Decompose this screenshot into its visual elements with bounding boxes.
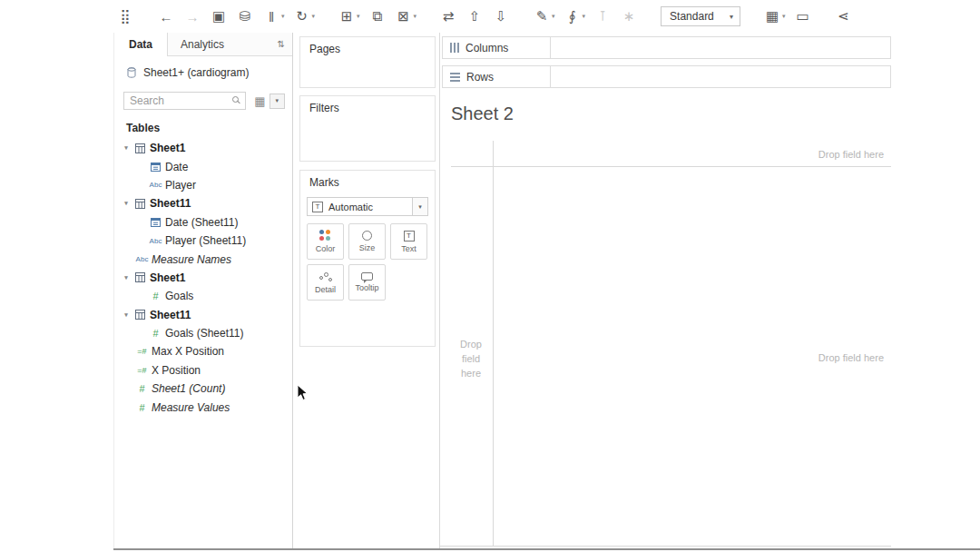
- highlight-button[interactable]: ✎▾: [533, 8, 555, 25]
- search-input[interactable]: [123, 92, 246, 110]
- sort-descending-button[interactable]: ⇩: [492, 8, 510, 25]
- tables-section-title: Tables: [114, 113, 292, 139]
- field-item-max-x-position[interactable]: =#Max X Position: [114, 342, 292, 360]
- new-worksheet-button[interactable]: ⊞▾: [338, 8, 360, 25]
- show-mark-labels-button: ⊺: [593, 8, 612, 25]
- run-updates-button[interactable]: ↻▾: [293, 8, 316, 25]
- rows-shelf-label: Rows: [443, 66, 551, 87]
- field-label: Measure Names: [152, 253, 231, 266]
- pages-shelf[interactable]: Pages: [299, 36, 436, 88]
- sheet-title[interactable]: Sheet 2: [451, 104, 514, 124]
- rows-label: Rows: [466, 71, 494, 84]
- field-item-date[interactable]: Date: [114, 157, 292, 175]
- table-item-sheet1[interactable]: ▾Sheet1: [114, 139, 292, 157]
- caret-down-icon[interactable]: ▾: [281, 13, 285, 20]
- caret-down-icon[interactable]: ▾: [357, 13, 360, 20]
- text-mark-icon: T: [312, 202, 323, 212]
- field-label: Player (Sheet11): [165, 234, 246, 247]
- canvas-bottom-line: [440, 546, 891, 547]
- pane-divider: [439, 33, 440, 548]
- swap-rows-columns-button[interactable]: ⇄: [439, 8, 457, 25]
- field-item-player[interactable]: AbcPlayer: [114, 176, 292, 194]
- rows-drop-area[interactable]: [551, 66, 890, 87]
- tab-analytics[interactable]: Analytics ⇅: [167, 33, 292, 56]
- save-button[interactable]: ▣: [210, 8, 228, 25]
- fix-axes-button: ∗: [620, 8, 638, 25]
- field-item-player-sheet11[interactable]: AbcPlayer (Sheet11): [114, 232, 292, 250]
- caret-down-icon[interactable]: ▾: [312, 13, 316, 20]
- filters-shelf[interactable]: Filters: [299, 95, 436, 162]
- chevron-down-icon[interactable]: ▾: [120, 274, 132, 281]
- tooltip-icon: [361, 272, 373, 281]
- clear-sheet-button[interactable]: ⊠▾: [395, 8, 417, 25]
- table-item-sheet11[interactable]: ▾Sheet11: [114, 306, 292, 324]
- tab-data[interactable]: Data: [114, 33, 167, 56]
- caret-down-icon[interactable]: ▾: [412, 198, 427, 215]
- search-box: [123, 92, 246, 110]
- columns-label: Columns: [466, 42, 508, 54]
- field-item-measure-values[interactable]: #Measure Values: [114, 398, 292, 416]
- number-icon: #: [148, 291, 163, 301]
- drop-zone-rows[interactable]: Drop field here: [453, 337, 489, 380]
- chevron-down-icon[interactable]: ▾: [120, 311, 132, 319]
- field-label: Goals: [165, 290, 193, 302]
- abc-icon: Abc: [148, 181, 163, 189]
- drop-zone-columns[interactable]: Drop field here: [782, 149, 884, 160]
- field-item-date-sheet11[interactable]: Date (Sheet11): [114, 213, 292, 232]
- duplicate-button[interactable]: ⧉: [368, 8, 387, 25]
- detail-button[interactable]: Detail: [307, 264, 344, 301]
- new-datasource-button[interactable]: ⛁: [236, 8, 254, 25]
- mark-button-label: Tooltip: [355, 283, 378, 292]
- abc-icon: Abc: [134, 255, 150, 263]
- field-item-measure-names[interactable]: AbcMeasure Names: [114, 250, 292, 268]
- field-item-x-position[interactable]: =#X Position: [114, 361, 292, 380]
- tableau-logo[interactable]: ⣿: [116, 8, 134, 25]
- columns-drop-area[interactable]: [551, 37, 890, 58]
- filters-title: Filters: [300, 96, 435, 114]
- table-item-sheet1[interactable]: ▾Sheet1: [114, 269, 292, 287]
- data-pane-tabs: Data Analytics ⇅: [114, 33, 292, 56]
- number-icon: #: [148, 328, 163, 339]
- fit-select-value: Standard: [670, 10, 714, 23]
- text-icon: T: [404, 231, 415, 242]
- share-button[interactable]: ⋖: [835, 8, 853, 25]
- chevron-down-icon[interactable]: ▾: [120, 200, 132, 207]
- show-hide-cards-button[interactable]: ▦▾: [763, 8, 786, 25]
- data-pane: Data Analytics ⇅ Sheet1+ (cardiogram) ▦ …: [113, 33, 293, 548]
- undo-button[interactable]: ←: [157, 9, 175, 25]
- field-label: Date: [165, 161, 188, 173]
- caret-down-icon: ▾: [730, 13, 733, 21]
- mark-button-label: Color: [316, 244, 336, 253]
- caret-down-icon[interactable]: ▾: [552, 13, 555, 20]
- caret-down-icon[interactable]: ▾: [583, 13, 586, 20]
- group-members-button[interactable]: ∮▾: [564, 8, 586, 25]
- field-item-goals[interactable]: #Goals: [114, 287, 292, 305]
- caret-down-icon[interactable]: ▾: [414, 13, 417, 20]
- field-label: X Position: [152, 364, 201, 377]
- text-button[interactable]: TText: [390, 223, 427, 260]
- field-item-sheet1-count[interactable]: #Sheet1 (Count): [114, 380, 292, 398]
- table-item-sheet11[interactable]: ▾Sheet11: [114, 194, 292, 212]
- clear-sheet-icon: ⊠: [395, 8, 413, 25]
- caret-down-icon[interactable]: ▾: [782, 13, 786, 20]
- sort-ascending-button[interactable]: ⇧: [466, 8, 484, 25]
- presentation-mode-button[interactable]: ▭: [794, 8, 812, 25]
- grid-view-icon[interactable]: ▦: [254, 94, 265, 108]
- drop-zone-center[interactable]: Drop field here: [782, 352, 884, 363]
- marks-title: Marks: [300, 171, 435, 189]
- mark-button-label: Detail: [315, 285, 336, 294]
- toolbar: ⣿←→▣⛁‖▾↻▾⊞▾⧉⊠▾⇄⇧⇩✎▾∮▾⊺∗Standard▾▦▾▭⋖: [0, 0, 980, 33]
- datasource-item[interactable]: Sheet1+ (cardiogram): [114, 56, 292, 86]
- color-button[interactable]: Color: [307, 223, 344, 260]
- tooltip-button[interactable]: Tooltip: [348, 264, 386, 301]
- size-button[interactable]: Size: [348, 223, 386, 260]
- updown-icon: ⇅: [278, 39, 285, 49]
- pause-updates-button[interactable]: ‖▾: [262, 9, 285, 25]
- mark-type-dropdown[interactable]: T Automatic ▾: [307, 197, 428, 216]
- field-label: Sheet11: [150, 197, 191, 210]
- fit-select[interactable]: Standard▾: [661, 6, 740, 26]
- field-item-goals-sheet11[interactable]: #Goals (Sheet11): [114, 324, 292, 342]
- caret-down-icon: ▾: [276, 97, 279, 104]
- chevron-down-icon[interactable]: ▾: [120, 144, 132, 152]
- view-options-button[interactable]: ▾: [270, 94, 285, 109]
